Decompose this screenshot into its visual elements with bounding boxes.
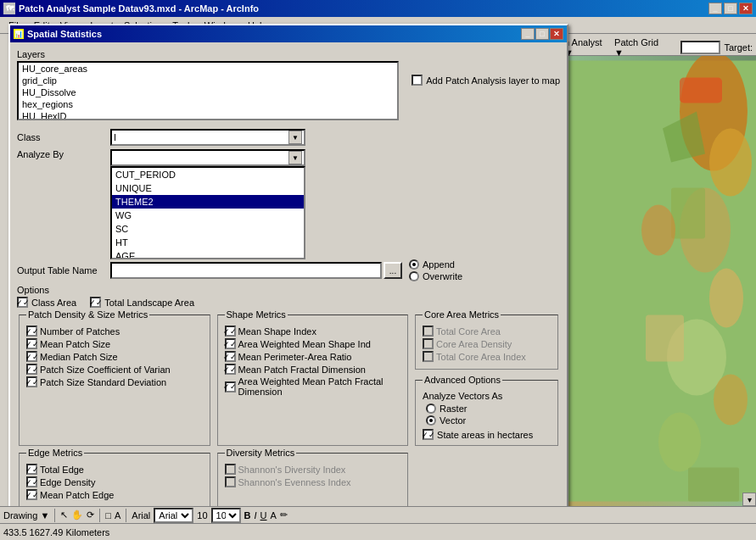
class-label: Class [17, 132, 110, 142]
map-area: ▾ [561, 56, 756, 506]
toolbar-underline[interactable]: U [260, 510, 267, 521]
toolbar-bold[interactable]: B [244, 510, 251, 521]
option-unique[interactable]: UNIQUE [112, 181, 304, 195]
arcmap-minimize-btn[interactable]: _ [708, 3, 722, 14]
vector-option[interactable]: Vector [426, 415, 551, 426]
state-areas-option[interactable]: ✓ State areas in hectares [423, 429, 551, 440]
metric-mean-shape-index: ✓ Mean Shape Index [225, 326, 401, 337]
raster-radio[interactable] [426, 404, 436, 414]
target-input[interactable] [680, 41, 720, 54]
svg-rect-3 [680, 78, 722, 103]
core-area-group: Core Area Metrics Total Core Area Core A… [415, 315, 558, 370]
status-bar: 433.5 1627.49 Kilometers [0, 523, 756, 540]
toolbar-btn-a[interactable]: A [115, 510, 120, 521]
total-landscape-checkbox[interactable]: ✓ [90, 297, 101, 308]
layer-hu-hexid[interactable]: HU_HexID [19, 110, 397, 120]
toolbar-btn-a2[interactable]: A [271, 510, 277, 521]
metric-area-weighted-shape: ✓ Area Weighted Mean Shape Ind [225, 338, 401, 349]
metric-fractal-dim: ✓ Mean Patch Fractal Dimension [225, 364, 401, 375]
toolbar-btn-refresh[interactable]: ⟳ [87, 509, 94, 521]
option-wg[interactable]: WG [112, 209, 304, 222]
toolbar-btn-hand[interactable]: ✋ [71, 509, 83, 521]
state-areas-checkbox[interactable]: ✓ [423, 429, 434, 440]
core-area-title: Core Area Metrics [423, 309, 501, 320]
cb-perimeter-area[interactable]: ✓ [225, 351, 236, 362]
layer-hex-regions[interactable]: hex_regions [19, 98, 397, 110]
option-age[interactable]: AGE [112, 249, 304, 259]
metric-total-edge: ✓ Total Edge [26, 464, 203, 475]
layers-listbox[interactable]: HU_core_areas grid_clip HU_Dissolve hex_… [17, 61, 399, 120]
arcmap-window: 🗺 Patch Analyst Sample Datav93.mxd - Arc… [0, 0, 756, 540]
append-label[interactable]: Append [409, 259, 462, 270]
font-select[interactable]: Arial [154, 508, 193, 523]
svg-point-2 [709, 129, 752, 197]
layers-label: Layers [17, 49, 399, 59]
total-landscape-option[interactable]: ✓ Total Landscape Area [90, 297, 194, 308]
toolbar-btn-pen[interactable]: ✏ [280, 509, 288, 521]
advanced-title: Advanced Options [423, 375, 502, 385]
analyze-by-dropdown[interactable]: ▼ CUT_PERIOD UNIQUE THEME2 WG SC HT AGE … [110, 149, 305, 166]
options-section: Options ✓ Class Area ✓ Total Landscape A… [17, 285, 560, 308]
cb-total-edge[interactable]: ✓ [26, 464, 37, 475]
append-overwrite-group: Append Overwrite [409, 259, 462, 281]
edge-metrics-group: Edge Metrics ✓ Total Edge ✓ Edge Density… [19, 453, 210, 508]
metric-perimeter-area: ✓ Mean Perimeter-Area Ratio [225, 351, 401, 362]
browse-button[interactable]: ... [384, 262, 402, 279]
metric-core-index: Total Core Area Index [423, 351, 551, 362]
overwrite-label[interactable]: Overwrite [409, 271, 462, 281]
overwrite-radio[interactable] [409, 271, 419, 281]
toolbar-italic[interactable]: I [255, 510, 257, 521]
cb-edge-density[interactable]: ✓ [26, 476, 37, 487]
class-select-arrow[interactable]: ▼ [288, 131, 302, 144]
cb-num-patches[interactable]: ✓ [26, 326, 37, 337]
cb-patch-size-sd[interactable]: ✓ [26, 376, 37, 387]
cb-fractal-dim[interactable]: ✓ [225, 364, 236, 375]
toolbar-btn-select[interactable]: ↖ [60, 509, 68, 521]
dialog-window-buttons: _ □ ✕ [521, 28, 563, 40]
arcmap-title: Patch Analyst Sample Datav93.mxd - ArcMa… [19, 3, 259, 14]
dialog-maximize-btn[interactable]: □ [535, 28, 549, 40]
map-scroll-corner: ▾ [742, 493, 756, 506]
output-table-input[interactable] [110, 262, 382, 279]
edge-diversity-row: Edge Metrics ✓ Total Edge ✓ Edge Density… [17, 449, 560, 511]
layer-hu-core-areas[interactable]: HU_core_areas [19, 63, 397, 75]
font-size-select[interactable]: 10 [211, 508, 241, 523]
cb-area-weighted-shape[interactable]: ✓ [225, 338, 236, 349]
layer-hu-dissolve[interactable]: HU_Dissolve [19, 86, 397, 98]
raster-option[interactable]: Raster [426, 404, 551, 414]
toolbar-btn-rect[interactable]: □ [105, 510, 111, 521]
cb-mean-patch-edge[interactable]: ✓ [26, 489, 37, 500]
layer-grid-clip[interactable]: grid_clip [19, 75, 397, 86]
cb-mean-shape-index[interactable]: ✓ [225, 326, 236, 337]
options-checkboxes: ✓ Class Area ✓ Total Landscape Area [17, 297, 560, 308]
class-area-option[interactable]: ✓ Class Area [17, 297, 76, 308]
analyze-by-select[interactable]: ▼ [110, 149, 305, 166]
add-patch-label[interactable]: Add Patch Analysis layer to map [412, 75, 560, 86]
cb-mean-patch-size[interactable]: ✓ [26, 338, 37, 349]
option-ht[interactable]: HT [112, 236, 304, 249]
arcmap-maximize-btn[interactable]: □ [724, 3, 737, 14]
drawing-label: Drawing ▼ [3, 510, 49, 521]
dialog-minimize-btn[interactable]: _ [521, 28, 535, 40]
option-cut-period[interactable]: CUT_PERIOD [112, 168, 304, 181]
option-sc[interactable]: SC [112, 222, 304, 236]
append-radio[interactable] [409, 259, 419, 270]
class-select[interactable]: I ▼ [110, 129, 305, 146]
edge-metrics-title: Edge Metrics [26, 448, 84, 458]
add-patch-checkbox[interactable] [412, 75, 423, 86]
vector-radio[interactable] [426, 415, 436, 426]
cb-patch-size-cv[interactable]: ✓ [26, 364, 37, 375]
dialog-close-btn[interactable]: ✕ [550, 28, 563, 40]
target-label: Target: [724, 42, 753, 53]
option-theme2[interactable]: THEME2 [112, 195, 304, 209]
diversity-title: Diversity Metrics [225, 448, 297, 458]
shape-metrics-group: Shape Metrics ✓ Mean Shape Index ✓ Area … [217, 315, 409, 446]
cb-aw-fractal-dim[interactable]: ✓ [225, 381, 236, 392]
cb-median-patch-size[interactable]: ✓ [26, 351, 37, 362]
metrics-row: Patch Density & Size Metrics ✓ Number of… [17, 311, 560, 449]
dialog-title: Spatial Statistics [27, 29, 102, 39]
arcmap-close-btn[interactable]: ✕ [739, 3, 753, 14]
class-area-checkbox[interactable]: ✓ [17, 297, 28, 308]
analyze-by-arrow[interactable]: ▼ [288, 151, 302, 164]
analyze-by-options[interactable]: CUT_PERIOD UNIQUE THEME2 WG SC HT AGE ST… [110, 166, 305, 259]
